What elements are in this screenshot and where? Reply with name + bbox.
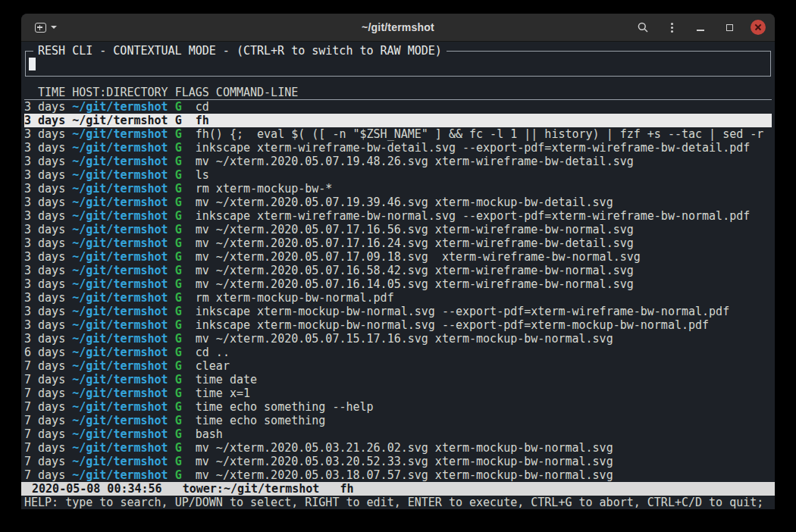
titlebar: ~/git/termshot: [21, 14, 775, 42]
history-row[interactable]: 7 days ~/git/termshot G clear: [24, 359, 772, 373]
text-cursor: [29, 58, 36, 70]
row-directory: ~/git/termshot: [72, 209, 174, 223]
row-time: 7 days: [24, 414, 72, 427]
row-flags: G: [175, 468, 196, 482]
row-command: time date: [196, 373, 257, 386]
row-command: cd: [196, 100, 209, 114]
row-command: inkscape xterm-wireframe-bw-detail.svg -…: [196, 141, 751, 155]
row-time: 7 days: [24, 359, 72, 373]
row-time: 3 days: [24, 100, 72, 114]
row-time: 3 days: [24, 182, 72, 196]
row-time: 7 days: [24, 427, 72, 441]
history-row[interactable]: 7 days ~/git/termshot G time echo someth…: [24, 414, 772, 427]
row-flags: G: [175, 155, 196, 168]
row-command: mv ~/xterm.2020.05.03.21.26.02.svg xterm…: [196, 441, 613, 455]
row-flags: G: [175, 386, 196, 400]
history-row[interactable]: 7 days ~/git/termshot G time date: [24, 373, 772, 386]
row-directory: ~/git/termshot: [72, 468, 174, 482]
history-row[interactable]: 7 days ~/git/termshot G mv ~/xterm.2020.…: [24, 441, 772, 455]
row-directory: ~/git/termshot: [72, 196, 174, 209]
row-directory: ~/git/termshot: [72, 291, 174, 305]
history-row[interactable]: 3 days ~/git/termshot G mv ~/xterm.2020.…: [24, 332, 772, 346]
row-command: mv ~/xterm.2020.05.07.17.16.24.svg xterm…: [196, 236, 634, 250]
row-flags: G: [175, 209, 196, 223]
restore-button[interactable]: [722, 20, 737, 35]
history-row[interactable]: 3 days ~/git/termshot G mv ~/xterm.2020.…: [24, 264, 772, 277]
row-command: inkscape xterm-mockup-bw-normal.svg --ex…: [196, 305, 729, 318]
history-row[interactable]: 3 days ~/git/termshot G inkscape xterm-m…: [24, 318, 772, 332]
row-time: 3 days: [24, 291, 72, 305]
history-row[interactable]: 3 days ~/git/termshot G inkscape xterm-w…: [24, 141, 772, 155]
row-time: 3 days: [24, 127, 72, 141]
row-time: 3 days: [24, 250, 72, 264]
row-time: 3 days: [24, 318, 72, 332]
row-time: 7 days: [24, 373, 72, 386]
history-row[interactable]: 3 days ~/git/termshot G cd: [24, 100, 772, 114]
history-row[interactable]: 7 days ~/git/termshot G time x=1: [24, 386, 772, 400]
history-row[interactable]: 3 days ~/git/termshot G ls: [24, 168, 772, 182]
history-row[interactable]: 7 days ~/git/termshot G mv ~/xterm.2020.…: [24, 468, 772, 482]
row-directory: ~/git/termshot: [72, 114, 174, 127]
row-directory: ~/git/termshot: [72, 359, 174, 373]
search-icon: [637, 21, 649, 33]
row-time: 3 days: [24, 155, 72, 168]
row-command: rm xterm-mockup-bw-*: [196, 182, 333, 196]
history-row[interactable]: 3 days ~/git/termshot G inkscape xterm-m…: [24, 305, 772, 318]
help-line: HELP: type to search, UP/DOWN to select,…: [24, 496, 772, 509]
row-flags: G: [175, 168, 196, 182]
history-row[interactable]: 6 days ~/git/termshot G cd ..: [24, 346, 772, 359]
row-command: mv ~/xterm.2020.05.07.15.17.16.svg xterm…: [196, 332, 613, 346]
row-directory: ~/git/termshot: [72, 455, 174, 468]
history-row[interactable]: 3 days ~/git/termshot G inkscape xterm-w…: [24, 209, 772, 223]
history-row[interactable]: 3 days ~/git/termshot G mv ~/xterm.2020.…: [24, 277, 772, 291]
row-directory: ~/git/termshot: [72, 386, 174, 400]
row-flags: G: [175, 455, 196, 468]
history-row[interactable]: 7 days ~/git/termshot G bash: [24, 427, 772, 441]
history-row[interactable]: 3 days ~/git/termshot G mv ~/xterm.2020.…: [24, 196, 772, 209]
row-time: 3 days: [24, 332, 72, 346]
menu-button[interactable]: [664, 20, 679, 35]
row-time: 3 days: [24, 114, 72, 127]
history-row[interactable]: 3 days ~/git/termshot G mv ~/xterm.2020.…: [24, 155, 772, 168]
history-row[interactable]: 3 days ~/git/termshot G mv ~/xterm.2020.…: [24, 236, 772, 250]
history-row-selected[interactable]: 3 days ~/git/termshot G fh: [24, 114, 772, 127]
new-tab-button[interactable]: [30, 20, 61, 36]
row-directory: ~/git/termshot: [72, 346, 174, 359]
row-flags: G: [175, 332, 196, 346]
row-time: 3 days: [24, 264, 72, 277]
row-flags: G: [175, 127, 196, 141]
history-row[interactable]: 7 days ~/git/termshot G time echo someth…: [24, 400, 772, 414]
row-command: inkscape xterm-mockup-bw-normal.svg --ex…: [196, 318, 709, 332]
row-command: mv ~/xterm.2020.05.07.17.16.56.svg xterm…: [196, 223, 634, 236]
row-command: inkscape xterm-wireframe-bw-normal.svg -…: [196, 209, 751, 223]
history-row[interactable]: 7 days ~/git/termshot G mv ~/xterm.2020.…: [24, 455, 772, 468]
menu-kebab-icon: [671, 27, 673, 29]
row-flags: G: [175, 427, 196, 441]
history-row[interactable]: 3 days ~/git/termshot G mv ~/xterm.2020.…: [24, 250, 772, 264]
history-row[interactable]: 3 days ~/git/termshot G rm xterm-mockup-…: [24, 291, 772, 305]
search-button[interactable]: [635, 20, 650, 35]
row-command: mv ~/xterm.2020.05.07.19.48.26.svg xterm…: [196, 155, 634, 168]
row-time: 3 days: [24, 196, 72, 209]
table-header: TIME HOST:DIRECTORY FLAGS COMMAND-LINE: [24, 86, 772, 100]
row-flags: G: [175, 223, 196, 236]
row-command: mv ~/xterm.2020.05.07.16.58.42.svg xterm…: [196, 264, 634, 277]
row-flags: G: [175, 141, 196, 155]
row-command: mv ~/xterm.2020.05.07.16.14.05.svg xterm…: [196, 277, 634, 291]
row-directory: ~/git/termshot: [72, 441, 174, 455]
search-input[interactable]: RESH CLI - CONTEXTUAL MODE - (CTRL+R to …: [25, 51, 771, 77]
history-row[interactable]: 3 days ~/git/termshot G mv ~/xterm.2020.…: [24, 223, 772, 236]
row-command: time echo something --help: [196, 400, 374, 414]
row-flags: G: [175, 250, 196, 264]
minimize-button[interactable]: [693, 20, 708, 35]
status-bar: 2020-05-08 00:34:56 tower:~/git/termshot…: [21, 482, 775, 496]
resh-mode-label: RESH CLI - CONTEXTUAL MODE - (CTRL+R to …: [33, 44, 447, 58]
history-row[interactable]: 3 days ~/git/termshot G rm xterm-mockup-…: [24, 182, 772, 196]
row-directory: ~/git/termshot: [72, 305, 174, 318]
row-time: 3 days: [24, 223, 72, 236]
history-row[interactable]: 3 days ~/git/termshot G fh() {; eval $( …: [24, 127, 772, 141]
row-directory: ~/git/termshot: [72, 277, 174, 291]
terminal-content: RESH CLI - CONTEXTUAL MODE - (CTRL+R to …: [21, 42, 775, 509]
row-flags: G: [175, 291, 196, 305]
close-button[interactable]: [751, 20, 766, 35]
